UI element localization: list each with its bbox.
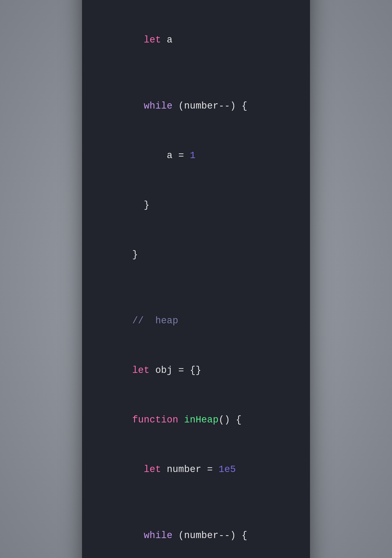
- fn-inheap-declaration: function inHeap() {: [98, 395, 294, 445]
- let-obj: let obj = {}: [98, 346, 294, 395]
- let-number-2: let number = 1e5: [98, 445, 294, 494]
- empty-line-1: [98, 65, 294, 81]
- let-a: let a: [98, 15, 294, 65]
- code-window: // stack function inStack() { let number…: [82, 0, 310, 558]
- a-assign: a = 1: [98, 131, 294, 180]
- empty-line-2: [98, 280, 294, 296]
- empty-line-3: [98, 494, 294, 511]
- let-number: let number = 1e5: [98, 0, 294, 15]
- while-1: while (number--) {: [98, 81, 294, 131]
- code-editor: // stack function inStack() { let number…: [82, 0, 310, 558]
- fn-instack-close: }: [98, 230, 294, 280]
- comment-heap: // heap: [98, 296, 294, 346]
- while-1-close: }: [98, 180, 294, 230]
- while-2: while (number--) {: [98, 511, 294, 558]
